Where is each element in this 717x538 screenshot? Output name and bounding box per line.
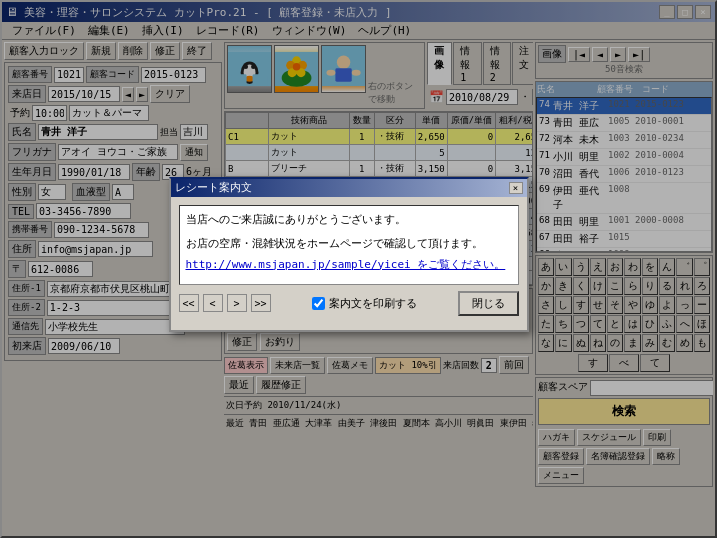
modal-close-icon[interactable]: ×	[509, 182, 523, 194]
modal-text-area: 当店へのご来店誠にありがとうございます。 お店の空席・混雑状況をホームページで確…	[179, 205, 519, 285]
nav-first-btn[interactable]: <<	[179, 294, 199, 312]
modal-message-4: http://www.msjapan.jp/sample/yicei をご覧くだ…	[186, 257, 512, 274]
modal-message-1: 当店へのご来店誠にありがとうございます。	[186, 212, 512, 229]
modal-overlay: レシート案内文 × 当店へのご来店誠にありがとうございます。 お店の空席・混雑状…	[2, 2, 715, 536]
modal-title: レシート案内文	[175, 180, 252, 195]
modal-close-btn[interactable]: 閉じる	[458, 291, 519, 316]
print-checkbox[interactable]	[312, 297, 325, 310]
nav-next-btn[interactable]: >	[227, 294, 247, 312]
modal-title-bar: レシート案内文 ×	[171, 179, 527, 197]
app-window: 🖥 美容・理容・サロンシステム カットPro.21 - [ 顧客登録・未店入力 …	[0, 0, 717, 538]
nav-last-btn[interactable]: >>	[251, 294, 271, 312]
modal-message-3: お店の空席・混雑状況をホームページで確認して頂けます。	[186, 236, 512, 253]
print-label[interactable]: 案内文を印刷する	[329, 296, 417, 311]
modal-window: レシート案内文 × 当店へのご来店誠にありがとうございます。 お店の空席・混雑状…	[169, 177, 529, 332]
nav-prev-btn[interactable]: <	[203, 294, 223, 312]
